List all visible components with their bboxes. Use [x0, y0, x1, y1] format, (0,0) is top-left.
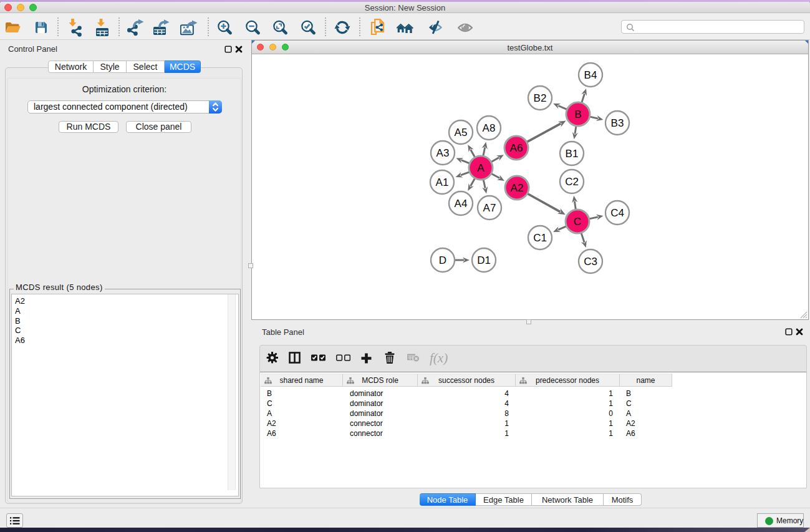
- svg-text:A: A: [477, 162, 485, 174]
- svg-text:C3: C3: [584, 256, 597, 268]
- svg-text:A7: A7: [483, 202, 496, 214]
- svg-text:A6: A6: [510, 142, 523, 154]
- svg-text:A4: A4: [455, 198, 468, 210]
- svg-text:B4: B4: [584, 69, 597, 81]
- svg-text:A8: A8: [483, 122, 496, 134]
- svg-text:C2: C2: [565, 176, 579, 188]
- svg-text:C1: C1: [533, 232, 547, 244]
- svg-text:A5: A5: [455, 127, 468, 138]
- svg-text:A1: A1: [436, 177, 449, 188]
- svg-text:B2: B2: [534, 92, 547, 104]
- svg-text:D1: D1: [477, 254, 491, 266]
- svg-text:C: C: [574, 216, 581, 228]
- svg-text:A2: A2: [511, 182, 524, 194]
- svg-text:A3: A3: [436, 147, 450, 159]
- svg-text:D: D: [439, 254, 446, 266]
- svg-text:C4: C4: [610, 207, 624, 219]
- svg-text:B3: B3: [611, 117, 624, 129]
- svg-text:B1: B1: [566, 148, 579, 160]
- svg-text:B: B: [574, 109, 581, 120]
